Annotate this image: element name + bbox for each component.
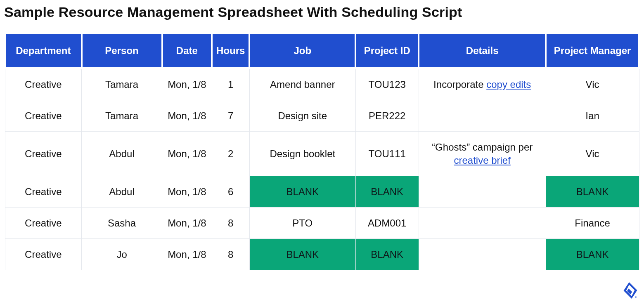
table-body: Creative Tamara Mon, 1/8 1 Amend banner …: [5, 68, 639, 270]
table-header-row: Department Person Date Hours Job Project…: [5, 33, 639, 68]
cell-person: Sasha: [82, 207, 162, 238]
cell-details: Incorporate copy edits: [419, 68, 546, 100]
col-job: Job: [249, 33, 355, 68]
cell-hours: 7: [212, 100, 249, 132]
cell-details: [419, 239, 546, 270]
table-row: Creative Abdul Mon, 1/8 2 Design booklet…: [5, 132, 639, 176]
cell-job: BLANK: [249, 239, 355, 270]
cell-project-id: TOU111: [355, 132, 419, 176]
cell-project-manager: BLANK: [546, 239, 639, 270]
cell-job: BLANK: [249, 176, 355, 207]
cell-person: Abdul: [82, 176, 162, 207]
cell-details: [419, 100, 546, 132]
cell-department: Creative: [5, 132, 82, 176]
cell-person: Jo: [82, 239, 162, 270]
col-date: Date: [162, 33, 212, 68]
cell-date: Mon, 1/8: [162, 176, 212, 207]
table-row: Creative Tamara Mon, 1/8 1 Amend banner …: [5, 68, 639, 100]
col-project-id: Project ID: [355, 33, 419, 68]
cell-date: Mon, 1/8: [162, 68, 212, 100]
cell-department: Creative: [5, 176, 82, 207]
col-project-manager: Project Manager: [546, 33, 639, 68]
table-row: Creative Jo Mon, 1/8 8 BLANK BLANK BLANK: [5, 239, 639, 270]
cell-department: Creative: [5, 207, 82, 238]
col-person: Person: [82, 33, 162, 68]
cell-job: Design booklet: [249, 132, 355, 176]
cell-date: Mon, 1/8: [162, 132, 212, 176]
cell-job: Amend banner: [249, 68, 355, 100]
cell-date: Mon, 1/8: [162, 239, 212, 270]
cell-details: [419, 176, 546, 207]
cell-person: Tamara: [82, 100, 162, 132]
cell-project-manager: Vic: [546, 68, 639, 100]
svg-point-0: [635, 296, 637, 297]
details-text: Incorporate: [433, 79, 486, 90]
cell-project-id: TOU123: [355, 68, 419, 100]
cell-details: “Ghosts” campaign per creative brief: [419, 132, 546, 176]
page-root: Sample Resource Management Spreadsheet W…: [0, 0, 644, 302]
cell-department: Creative: [5, 239, 82, 270]
cell-job: Design site: [249, 100, 355, 132]
cell-hours: 2: [212, 132, 249, 176]
cell-hours: 8: [212, 239, 249, 270]
cell-hours: 1: [212, 68, 249, 100]
cell-hours: 8: [212, 207, 249, 238]
cell-person: Abdul: [82, 132, 162, 176]
cell-project-id: ADM001: [355, 207, 419, 238]
table-row: Creative Sasha Mon, 1/8 8 PTO ADM001 Fin…: [5, 207, 639, 238]
table-row: Creative Tamara Mon, 1/8 7 Design site P…: [5, 100, 639, 132]
col-details: Details: [419, 33, 546, 68]
cell-project-id: BLANK: [355, 176, 419, 207]
cell-date: Mon, 1/8: [162, 100, 212, 132]
cell-hours: 6: [212, 176, 249, 207]
cell-details: [419, 207, 546, 238]
cell-person: Tamara: [82, 68, 162, 100]
page-title: Sample Resource Management Spreadsheet W…: [4, 4, 640, 20]
cell-project-manager: Vic: [546, 132, 639, 176]
cell-project-manager: BLANK: [546, 176, 639, 207]
cell-project-id: PER222: [355, 100, 419, 132]
cell-project-manager: Ian: [546, 100, 639, 132]
cell-date: Mon, 1/8: [162, 207, 212, 238]
details-link[interactable]: creative brief: [454, 155, 510, 166]
cell-department: Creative: [5, 100, 82, 132]
cell-job: PTO: [249, 207, 355, 238]
details-text: “Ghosts” campaign per: [432, 142, 533, 153]
cell-project-manager: Finance: [546, 207, 639, 238]
cell-department: Creative: [5, 68, 82, 100]
toptal-logo-icon: [623, 282, 637, 299]
cell-project-id: BLANK: [355, 239, 419, 270]
resource-table: Department Person Date Hours Job Project…: [4, 33, 640, 270]
col-department: Department: [5, 33, 82, 68]
col-hours: Hours: [212, 33, 249, 68]
table-row: Creative Abdul Mon, 1/8 6 BLANK BLANK BL…: [5, 176, 639, 207]
details-link[interactable]: copy edits: [486, 79, 531, 90]
